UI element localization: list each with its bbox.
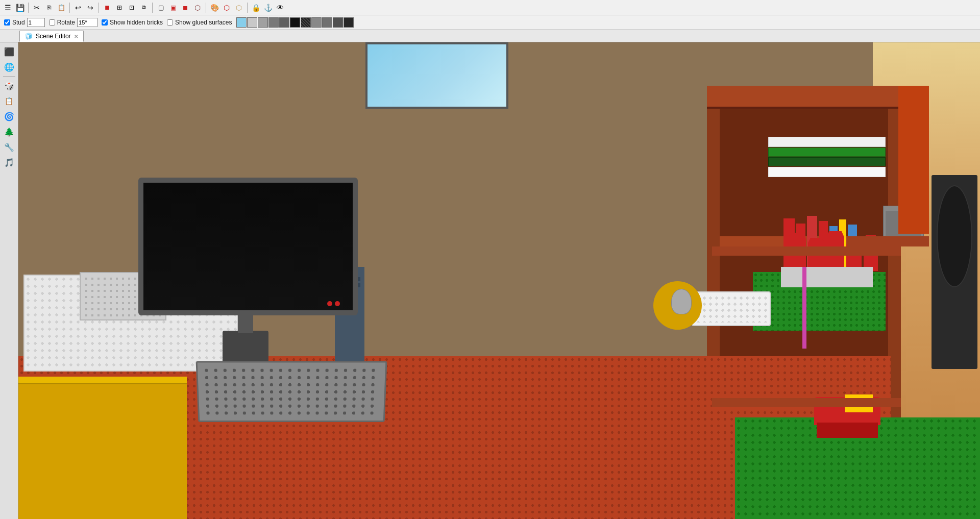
tab-bar: 🧊 Scene Editor ✕ (0, 30, 980, 42)
rotate-input[interactable] (77, 18, 97, 27)
color-swatch-dark-pattern[interactable] (301, 17, 311, 28)
color-swatch-gray-3[interactable] (311, 17, 322, 28)
visibility-icon: 👁 (277, 4, 284, 12)
scene-editor-tab[interactable]: 🧊 Scene Editor ✕ (19, 31, 84, 42)
show-hidden-checkbox[interactable] (102, 19, 108, 26)
grid-button[interactable]: ⊞ (114, 2, 125, 13)
snap-button[interactable]: ⊡ (126, 2, 137, 13)
lock-icon: 🔒 (252, 4, 260, 12)
paste-icon: 📋 (58, 4, 65, 11)
save-icon: 💾 (16, 4, 24, 12)
rotate-group: Rotate (49, 18, 97, 27)
anchor-icon: ⚓ (264, 4, 273, 12)
sidebar-item-grid[interactable]: 🌀 (2, 109, 16, 123)
brick-red-button[interactable]: ⬡ (221, 2, 232, 13)
desk-body (18, 377, 187, 519)
stud-input[interactable] (27, 18, 45, 27)
color-swatch-light-gray[interactable] (247, 17, 257, 28)
color-swatch-dark-gray-1[interactable] (268, 17, 279, 28)
tab-label: Scene Editor (36, 33, 71, 40)
sidebar-item-wrench[interactable]: 🔧 (2, 140, 16, 154)
stud-group: Stud (4, 18, 45, 27)
rotate-checkbox[interactable] (49, 19, 55, 26)
anchor-button[interactable]: ⚓ (262, 2, 274, 13)
viewport[interactable] (18, 42, 980, 519)
keyboard-keys-shelf (695, 295, 767, 323)
menu-icon-btn[interactable]: ☰ (2, 2, 13, 13)
redo-button[interactable]: ↪ (85, 2, 96, 13)
toolbar-container: ☰ 💾 ✂ ⎘ 📋 ↩ ↪ ■ (0, 0, 980, 30)
shelf-top-face (707, 86, 901, 109)
monitor-led-2 (327, 301, 332, 306)
color-swatch-light-blue[interactable] (236, 17, 247, 28)
music-icon: 🎵 (4, 158, 14, 167)
color-swatches (236, 17, 354, 28)
select-fill-button[interactable]: ◼ (180, 2, 191, 13)
tree-icon: 🌲 (4, 127, 14, 137)
tab-close-button[interactable]: ✕ (74, 34, 78, 39)
select-fill-icon: ◼ (183, 4, 188, 11)
keyboard-desk (196, 361, 387, 422)
tab-icon: 🧊 (25, 33, 33, 40)
separator-6 (247, 3, 248, 13)
select-button[interactable]: ▢ (155, 2, 166, 13)
separator-2 (69, 3, 70, 13)
select-icon: ▢ (158, 4, 164, 11)
layers-icon: 🎲 (4, 81, 14, 91)
copy-icon: ⎘ (47, 4, 51, 11)
snap-icon: ⊡ (129, 4, 134, 11)
menu-icon: ☰ (5, 4, 11, 12)
undo-icon: ↩ (75, 4, 81, 12)
sidebar-item-layers[interactable]: 🎲 (2, 79, 16, 93)
show-hidden-label: Show hidden bricks (110, 19, 163, 26)
clone-button[interactable]: ⧉ (138, 2, 150, 13)
separator-3 (99, 3, 99, 13)
color-icon: ■ (105, 3, 110, 12)
dark-speaker (932, 175, 977, 369)
sidebar-item-template[interactable]: 📋 (2, 94, 16, 108)
color-swatch-darkest[interactable] (344, 17, 354, 28)
separator-4 (152, 3, 153, 13)
paste-button[interactable]: 📋 (56, 2, 67, 13)
copy-button[interactable]: ⎘ (43, 2, 55, 13)
paint-icon: ⬡ (194, 4, 201, 12)
lock-button[interactable]: 🔒 (250, 2, 261, 13)
color-swatch-dark-gray-2[interactable] (279, 17, 289, 28)
left-sidebar: ⬛ 🌐 🎲 📋 🌀 🌲 🔧 🎵 (0, 42, 18, 519)
cut-button[interactable]: ✂ (31, 2, 42, 13)
monitor-led-1 (335, 301, 340, 306)
visibility-button[interactable]: 👁 (275, 2, 286, 13)
red-vehicle-base (817, 423, 878, 438)
stud-checkbox[interactable] (4, 19, 10, 26)
right-shelf (847, 236, 929, 246)
book-4 (768, 167, 886, 177)
undo-button[interactable]: ↩ (72, 2, 84, 13)
clone-icon: ⧉ (142, 4, 146, 11)
select-red-button[interactable]: ▣ (167, 2, 179, 13)
color-button[interactable]: ■ (102, 2, 113, 13)
palette-button[interactable]: 🎨 (209, 2, 220, 13)
save-button[interactable]: 💾 (14, 2, 26, 13)
rotate-label: Rotate (57, 19, 75, 26)
sidebar-item-tree[interactable]: 🌲 (2, 125, 16, 139)
brick-tan-button[interactable]: ⬡ (233, 2, 244, 13)
monitor-screen-outer (138, 178, 358, 315)
color-swatch-dark-1[interactable] (333, 17, 343, 28)
color-swatch-medium-gray[interactable] (258, 17, 268, 28)
show-hidden-group: Show hidden bricks (102, 19, 163, 26)
window-glass (365, 42, 508, 109)
sidebar-item-globe[interactable]: 🌐 (2, 60, 16, 74)
color-swatch-black[interactable] (290, 17, 300, 28)
grid-settings-icon: 🌀 (4, 112, 14, 121)
desk-body-top (18, 377, 187, 384)
color-swatch-gray-4[interactable] (322, 17, 332, 28)
template-icon: 📋 (5, 97, 13, 105)
stud-label: Stud (12, 19, 25, 26)
redo-icon: ↪ (87, 4, 93, 12)
show-glued-checkbox[interactable] (167, 19, 173, 26)
paint-button[interactable]: ⬡ (192, 2, 203, 13)
show-glued-group: Show glued surfaces (167, 19, 232, 26)
grid-icon: ⊞ (117, 4, 122, 11)
sidebar-item-brick[interactable]: ⬛ (2, 44, 16, 59)
sidebar-item-music[interactable]: 🎵 (2, 155, 16, 169)
